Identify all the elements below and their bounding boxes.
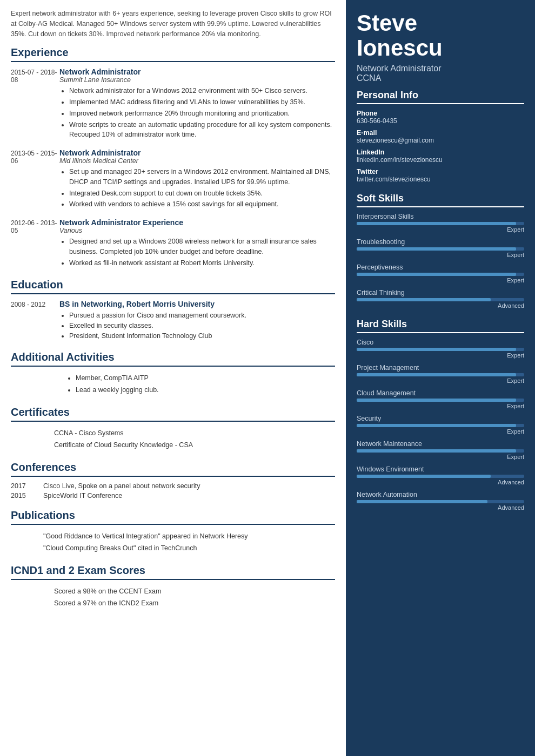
skill-name: Windows Environment (357, 465, 524, 473)
name-block: Steve Ionescu Network Administrator CCNA (357, 11, 524, 83)
skill-row: Network Maintenance Expert (357, 440, 524, 460)
bullet: Worked as fill-in network assistant at R… (69, 258, 335, 268)
phone-label: Phone (357, 110, 524, 117)
skill-level: Expert (357, 377, 524, 384)
skill-bar-bg (357, 298, 524, 301)
skill-row: Troubleshooting Expert (357, 238, 524, 258)
skill-name: Network Automation (357, 491, 524, 498)
skill-bar-fill (357, 475, 491, 478)
skill-level: Expert (357, 252, 524, 258)
additional-title: Additional Activities (11, 351, 335, 367)
exp-bullets-2: Set up and managed 20+ servers in a Wind… (59, 167, 335, 210)
exam-item-2: Scored a 97% on the ICND2 Exam (54, 597, 335, 610)
skill-row: Interpersonal Skills Expert (357, 213, 524, 233)
exp-bullets-1: Network administrator for a Windows 2012… (59, 86, 335, 140)
soft-skills-container: Interpersonal Skills Expert Troubleshoot… (357, 213, 524, 309)
skill-bar-bg (357, 424, 524, 427)
edu-dates-1: 2008 - 2012 (11, 300, 59, 341)
skill-bar-bg (357, 247, 524, 251)
skill-level: Expert (357, 403, 524, 409)
certificates-section: Certificates CCNA - Cisco Systems Certif… (11, 406, 335, 451)
left-column: Expert network administrator with 6+ yea… (0, 0, 346, 756)
twitter-label: Twitter (357, 168, 524, 176)
hard-skills-section: Hard Skills Cisco Expert Project Managem… (357, 319, 524, 511)
education-title: Education (11, 279, 335, 294)
skill-bar-fill (357, 298, 491, 301)
bullet: Integrated Desk.com support to cut down … (69, 188, 335, 199)
skill-row: Network Automation Advanced (357, 491, 524, 511)
skill-bar-fill (357, 348, 516, 351)
exp-company-3: Various (59, 227, 335, 234)
exp-content-1: Network Administrator Summit Lane Insura… (59, 68, 335, 141)
skill-bar-bg (357, 475, 524, 478)
hard-skills-container: Cisco Expert Project Management Expert C… (357, 339, 524, 511)
personal-info-section: Personal Info Phone 630-566-0435 E-mail … (357, 90, 524, 183)
bullet: Pursued a passion for Cisco and manageme… (69, 310, 335, 321)
skill-level: Advanced (357, 302, 524, 309)
skill-row: Project Management Expert (357, 364, 524, 384)
exp-title-1: Network Administrator (59, 68, 335, 76)
exp-content-2: Network Administrator Mid Illinois Medic… (59, 148, 335, 211)
cert-item-2: Certificate of Cloud Security Knowledge … (54, 439, 335, 451)
conf-year-2: 2015 (11, 492, 43, 500)
skill-row: Cloud Management Expert (357, 389, 524, 409)
skill-name: Network Maintenance (357, 440, 524, 448)
edu-bullets-1: Pursued a passion for Cisco and manageme… (59, 310, 335, 341)
skill-level: Expert (357, 226, 524, 233)
skill-bar-bg (357, 500, 524, 503)
email-value: stevezionescu@gmail.com (357, 137, 524, 144)
skill-level: Expert (357, 428, 524, 435)
exp-dates-3: 2012-06 - 2013-05 (11, 218, 59, 269)
skill-row: Cisco Expert (357, 339, 524, 359)
skill-name: Project Management (357, 364, 524, 372)
hard-skills-title: Hard Skills (357, 319, 524, 333)
skill-bar-fill (357, 222, 516, 225)
skill-bar-fill (357, 399, 516, 402)
additional-item: Lead a weekly jogging club. (76, 384, 335, 396)
additional-list: Member, CompTIA AITP Lead a weekly joggi… (11, 372, 335, 396)
skill-bar-fill (357, 273, 516, 276)
skill-level: Advanced (357, 479, 524, 485)
skill-row: Security Expert (357, 415, 524, 435)
right-column: Steve Ionescu Network Administrator CCNA… (346, 0, 535, 756)
skill-level: Expert (357, 277, 524, 284)
bullet: Designed and set up a Windows 2008 wirel… (69, 237, 335, 257)
exp-entry-3: 2012-06 - 2013-05 Network Administrator … (11, 218, 335, 269)
additional-item: Member, CompTIA AITP (76, 372, 335, 384)
bullet: Implemented MAC address filtering and VL… (69, 97, 335, 107)
phone-value: 630-566-0435 (357, 117, 524, 125)
skill-name: Perceptiveness (357, 264, 524, 271)
skill-bar-bg (357, 273, 524, 276)
conf-entry-1: 2017 Cisco Live, Spoke on a panel about … (11, 482, 335, 490)
pub-item-2: "Cloud Computing Breaks Out" cited in Te… (43, 542, 335, 555)
skill-row: Critical Thinking Advanced (357, 289, 524, 309)
linkedin-value: linkedin.com/in/stevezionescu (357, 156, 524, 164)
edu-title-1: BS in Networking, Robert Morris Universi… (59, 300, 335, 308)
linkedin-label: LinkedIn (357, 148, 524, 156)
bullet: Worked with vendors to achieve a 15% cos… (69, 199, 335, 210)
skill-name: Security (357, 415, 524, 422)
skill-row: Perceptiveness Expert (357, 264, 524, 284)
skill-row: Windows Environment Advanced (357, 465, 524, 485)
job-title: Network Administrator CCNA (357, 64, 524, 83)
exams-section: ICND1 and 2 Exam Scores Scored a 98% on … (11, 564, 335, 610)
skill-bar-fill (357, 247, 516, 251)
bullet: Excelled in security classes. (69, 321, 335, 331)
certificates-title: Certificates (11, 406, 335, 422)
skill-bar-bg (357, 222, 524, 225)
skill-bar-fill (357, 449, 516, 453)
edu-entry-1: 2008 - 2012 BS in Networking, Robert Mor… (11, 300, 335, 341)
bullet: Network administrator for a Windows 2012… (69, 86, 335, 96)
exp-dates-1: 2015-07 - 2018-08 (11, 68, 59, 141)
exp-company-2: Mid Illinois Medical Center (59, 157, 335, 165)
skill-name: Cloud Management (357, 389, 524, 397)
bullet: President, Student Information Technolog… (69, 331, 335, 341)
conf-desc-1: Cisco Live, Spoke on a panel about netwo… (43, 482, 200, 490)
soft-skills-section: Soft Skills Interpersonal Skills Expert … (357, 193, 524, 309)
exp-title-3: Network Administrator Experience (59, 218, 335, 227)
skill-bar-bg (357, 399, 524, 402)
conf-year-1: 2017 (11, 482, 43, 490)
skill-level: Expert (357, 352, 524, 359)
publications-section: Publications "Good Riddance to Vertical … (11, 509, 335, 555)
bullet: Wrote scripts to create an automatic upd… (69, 120, 335, 140)
